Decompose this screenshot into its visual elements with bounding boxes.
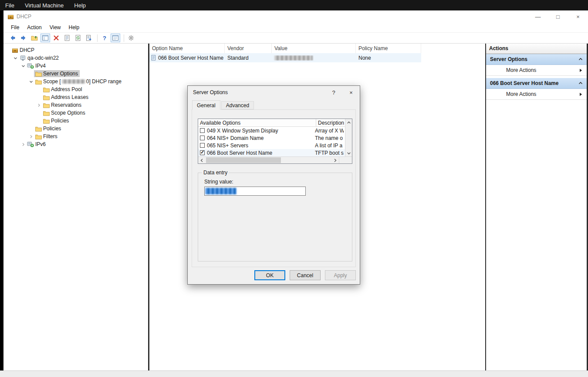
dialog-help-button[interactable]: ? bbox=[325, 86, 342, 99]
tree-item-qa-odc-win22[interactable]: qa-odc-win22 bbox=[3, 54, 148, 62]
chevron-down-icon[interactable] bbox=[20, 64, 26, 68]
close-button[interactable]: × bbox=[568, 10, 588, 23]
help-icon[interactable]: ? bbox=[100, 34, 109, 42]
option-row-065-nis-servers[interactable]: 065 NIS+ ServersA list of IP a bbox=[198, 142, 345, 149]
tree-item-server-options[interactable]: Server Options bbox=[3, 70, 148, 78]
show-window-icon[interactable] bbox=[111, 34, 120, 42]
dialog-close-button[interactable]: × bbox=[342, 86, 360, 99]
tab-advanced[interactable]: Advanced bbox=[221, 101, 254, 109]
scroll-left-button[interactable] bbox=[198, 157, 205, 163]
chevron-right-icon[interactable] bbox=[36, 103, 42, 107]
vertical-scrollbar[interactable] bbox=[345, 119, 352, 156]
listbox-column-description[interactable]: Description bbox=[316, 119, 345, 127]
actions-pane-title: Actions bbox=[486, 44, 587, 54]
tree-item-ipv6[interactable]: IPv6 bbox=[3, 140, 148, 148]
apply-button[interactable]: Apply bbox=[325, 270, 356, 280]
string-value-input[interactable] bbox=[204, 187, 306, 196]
horizontal-scrollbar[interactable] bbox=[198, 156, 352, 163]
list-row-066-boot-server-host-name[interactable]: 066 Boot Server Host NameStandardNone bbox=[149, 53, 421, 62]
group-label: Data entry bbox=[202, 170, 229, 176]
tree-item-reservations[interactable]: Reservations bbox=[3, 101, 148, 109]
dialog-buttons: OK Cancel Apply bbox=[250, 270, 356, 280]
chevron-up-icon[interactable] bbox=[578, 58, 583, 61]
folder-icon bbox=[42, 102, 50, 108]
option-row-064-nis-domain-name[interactable]: 064 NIS+ Domain NameThe name o bbox=[198, 134, 345, 142]
checkbox[interactable] bbox=[200, 143, 205, 148]
actions-pane: Actions Server Options More Actions 066 … bbox=[486, 44, 587, 370]
svg-text:?: ? bbox=[103, 35, 106, 41]
ok-button[interactable]: OK bbox=[254, 270, 285, 280]
vm-menu-virtual-machine[interactable]: Virtual Machine bbox=[20, 2, 69, 9]
checkbox[interactable] bbox=[200, 150, 205, 155]
protocol-icon bbox=[27, 142, 34, 147]
redacted-text bbox=[62, 79, 85, 84]
tree-item-filters[interactable]: Filters bbox=[3, 132, 148, 140]
scroll-right-button[interactable] bbox=[332, 157, 339, 163]
actions-section-server-options[interactable]: Server Options bbox=[486, 54, 587, 65]
vm-menubar: File Virtual Machine Help bbox=[0, 0, 588, 10]
scroll-down-button[interactable] bbox=[345, 150, 352, 156]
actions-section-header: 066 Boot Server Host Name bbox=[490, 80, 558, 86]
tree-item-dhcp[interactable]: DHCP bbox=[3, 46, 148, 54]
more-actions-066-boot-server-host-name[interactable]: More Actions bbox=[486, 89, 587, 100]
more-actions-server-options[interactable]: More Actions bbox=[486, 65, 587, 76]
menubar: File Action View Help bbox=[3, 23, 588, 32]
cancel-button[interactable]: Cancel bbox=[290, 270, 321, 280]
column-header-option-name[interactable]: Option Name bbox=[149, 44, 225, 53]
option-label: 064 NIS+ Domain Name bbox=[207, 135, 315, 141]
refresh-icon[interactable] bbox=[73, 34, 83, 42]
actions-section-066-boot-server-host-name[interactable]: 066 Boot Server Host Name bbox=[486, 78, 587, 89]
scroll-track[interactable] bbox=[345, 126, 352, 150]
menu-view[interactable]: View bbox=[46, 24, 65, 31]
tree-item-policies[interactable]: Policies bbox=[3, 125, 148, 132]
export-list-icon[interactable] bbox=[84, 34, 94, 42]
tree-item-scope-options[interactable]: Scope Options bbox=[3, 109, 148, 117]
scroll-up-button[interactable] bbox=[345, 119, 352, 126]
option-icon bbox=[151, 55, 156, 61]
dialog-title: Server Options bbox=[193, 89, 228, 95]
forward-icon[interactable] bbox=[19, 34, 28, 42]
option-row-049-x-window-system-display[interactable]: 049 X Window System DisplayArray of X W bbox=[198, 127, 345, 134]
option-row-066-boot-server-host-name[interactable]: 066 Boot Server Host NameTFTP boot s bbox=[198, 149, 345, 156]
back-icon[interactable] bbox=[8, 34, 17, 42]
chevron-right-icon[interactable] bbox=[28, 135, 34, 139]
window-title: DHCP bbox=[17, 14, 31, 20]
menu-file[interactable]: File bbox=[7, 24, 23, 31]
delete-icon[interactable] bbox=[51, 34, 61, 42]
related-actions-icon[interactable] bbox=[126, 34, 136, 42]
tree-item-scope-dhcp-range[interactable]: Scope [0] DHCP range bbox=[3, 78, 148, 85]
chevron-up-icon[interactable] bbox=[578, 82, 583, 85]
listbox-column-available-options[interactable]: Available Options bbox=[198, 119, 316, 127]
vm-menu-file[interactable]: File bbox=[0, 2, 20, 9]
show-console-tree-icon[interactable] bbox=[41, 34, 50, 42]
folder-icon bbox=[34, 71, 42, 77]
listbox-header: Available Options Description bbox=[198, 119, 345, 127]
chevron-right-icon bbox=[579, 92, 582, 96]
menu-action[interactable]: Action bbox=[23, 24, 45, 31]
menu-help[interactable]: Help bbox=[65, 24, 84, 31]
chevron-down-icon[interactable] bbox=[12, 56, 18, 60]
column-header-vendor[interactable]: Vendor bbox=[225, 44, 272, 53]
tree-item-ipv4[interactable]: IPv4 bbox=[3, 62, 148, 70]
column-header-value[interactable]: Value bbox=[272, 44, 356, 53]
tree-item-policies[interactable]: Policies bbox=[3, 117, 148, 125]
maximize-button[interactable]: □ bbox=[548, 10, 568, 23]
scroll-thumb[interactable] bbox=[206, 157, 281, 163]
tree-item-address-pool[interactable]: Address Pool bbox=[3, 85, 148, 93]
checkbox[interactable] bbox=[200, 128, 205, 133]
tree-item-address-leases[interactable]: Address Leases bbox=[3, 93, 148, 101]
toolbar-separator bbox=[124, 34, 124, 42]
tree-item-label: Server Options bbox=[43, 71, 78, 77]
tab-general[interactable]: General bbox=[192, 100, 220, 110]
checkbox[interactable] bbox=[200, 136, 205, 140]
minimize-button[interactable]: — bbox=[528, 10, 548, 23]
tree-item-label: Policies bbox=[43, 126, 61, 132]
vm-menu-help[interactable]: Help bbox=[69, 2, 91, 9]
option-name-cell: 066 Boot Server Host Name bbox=[158, 55, 223, 61]
properties-icon[interactable] bbox=[62, 34, 72, 42]
column-header-policy-name[interactable]: Policy Name bbox=[356, 44, 421, 53]
chevron-down-icon[interactable] bbox=[28, 80, 34, 84]
scroll-track[interactable] bbox=[205, 157, 332, 163]
up-one-level-icon[interactable] bbox=[30, 34, 39, 42]
chevron-right-icon[interactable] bbox=[20, 143, 26, 146]
